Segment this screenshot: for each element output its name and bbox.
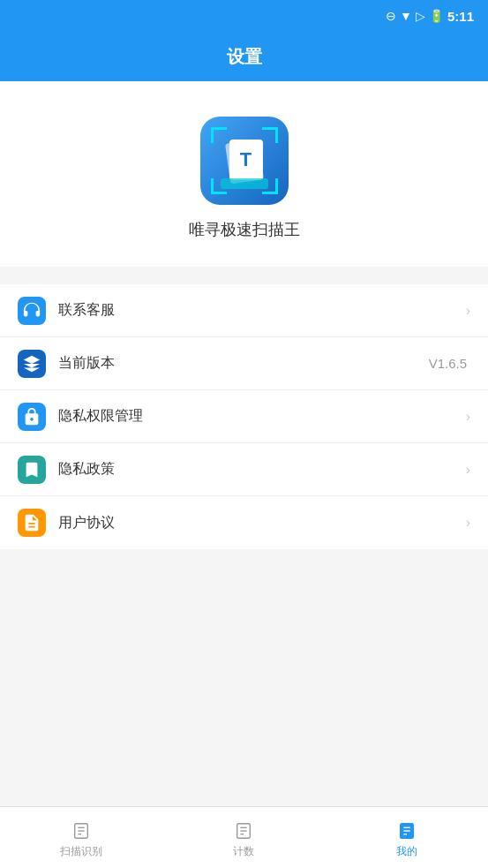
page-title: 设置 bbox=[227, 45, 262, 69]
privacy-policy-chevron: › bbox=[466, 462, 470, 478]
count-tab-label: 计数 bbox=[233, 844, 254, 859]
doc-tray bbox=[221, 178, 268, 189]
privacy-policy-label: 隐私政策 bbox=[58, 460, 466, 479]
page-header: 设置 bbox=[0, 32, 488, 81]
doc-t-letter: T bbox=[240, 148, 252, 171]
menu-section: 联系客服 › 当前版本 V1.6.5 隐私权限管理 › bbox=[0, 284, 488, 549]
contact-label: 联系客服 bbox=[58, 301, 466, 320]
user-agreement-icon-bg bbox=[18, 509, 46, 537]
minus-icon: ⊖ bbox=[386, 9, 396, 23]
scan-tab-icon bbox=[71, 821, 91, 841]
doc-front: T bbox=[229, 140, 263, 180]
app-name-label: 唯寻极速扫描王 bbox=[189, 219, 300, 240]
version-label: 当前版本 bbox=[58, 354, 429, 373]
battery-icon: 🔋 bbox=[429, 9, 444, 23]
app-icon-section: T 唯寻极速扫描王 bbox=[0, 81, 488, 267]
user-agreement-label: 用户协议 bbox=[58, 514, 466, 532]
tab-mine[interactable]: 我的 bbox=[326, 816, 488, 859]
bookmark-icon bbox=[22, 460, 41, 479]
app-icon: T bbox=[200, 117, 289, 205]
main-content: T 唯寻极速扫描王 联系客服 › bbox=[0, 81, 488, 611]
status-bar: ⊖ ▼ ▷ 🔋 5:11 bbox=[0, 0, 488, 32]
privacy-manage-chevron: › bbox=[466, 409, 470, 425]
tab-bar: 扫描识别 计数 我的 bbox=[0, 806, 488, 868]
tab-scan[interactable]: 扫描识别 bbox=[0, 816, 162, 859]
version-value: V1.6.5 bbox=[429, 356, 467, 371]
wifi-icon: ▼ bbox=[400, 9, 412, 23]
mine-tab-icon bbox=[397, 821, 417, 841]
scan-corner-tr bbox=[262, 127, 278, 143]
menu-item-user-agreement[interactable]: 用户协议 › bbox=[0, 496, 488, 549]
version-icon bbox=[22, 354, 41, 374]
tab-count[interactable]: 计数 bbox=[162, 816, 325, 859]
lock-icon bbox=[22, 407, 41, 426]
version-icon-bg bbox=[18, 350, 46, 378]
contact-icon-bg bbox=[18, 297, 46, 325]
privacy-manage-label: 隐私权限管理 bbox=[58, 407, 466, 426]
scan-corner-tl bbox=[211, 127, 227, 143]
menu-item-privacy-policy[interactable]: 隐私政策 › bbox=[0, 443, 488, 496]
count-tab-icon bbox=[234, 821, 253, 841]
menu-item-contact[interactable]: 联系客服 › bbox=[0, 284, 488, 337]
menu-item-privacy-manage[interactable]: 隐私权限管理 › bbox=[0, 390, 488, 443]
menu-item-version: 当前版本 V1.6.5 bbox=[0, 337, 488, 390]
privacy-policy-icon-bg bbox=[18, 456, 46, 484]
user-agreement-chevron: › bbox=[466, 515, 470, 531]
headset-icon bbox=[22, 301, 41, 321]
document-icon bbox=[22, 513, 41, 532]
status-icons: ⊖ ▼ ▷ 🔋 5:11 bbox=[386, 9, 474, 24]
contact-chevron: › bbox=[466, 303, 470, 319]
scan-tab-label: 扫描识别 bbox=[60, 844, 102, 859]
privacy-manage-icon-bg bbox=[18, 403, 46, 431]
time-display: 5:11 bbox=[447, 9, 474, 24]
mine-tab-label: 我的 bbox=[396, 844, 417, 859]
app-icon-inner: T bbox=[209, 125, 280, 196]
signal-icon: ▷ bbox=[416, 9, 425, 23]
